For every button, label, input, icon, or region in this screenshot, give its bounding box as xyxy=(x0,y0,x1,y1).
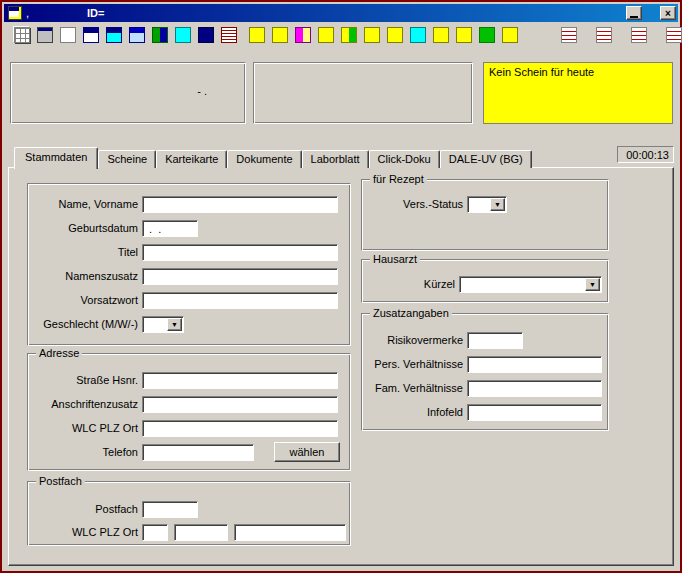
yellow-doc-icon-6[interactable] xyxy=(502,27,518,43)
group-hausarzt: Hausarzt Kürzel ▼ xyxy=(361,259,609,303)
titel-input[interactable] xyxy=(142,244,338,261)
infofeld-label: Infofeld xyxy=(366,406,463,418)
tab-stammdaten[interactable]: Stammdaten xyxy=(14,147,98,169)
tab-click-doku[interactable]: Click-Doku xyxy=(369,150,440,168)
titel-label: Titel xyxy=(32,246,138,258)
hausarzt-legend: Hausarzt xyxy=(370,253,420,265)
cyan-doc-icon[interactable] xyxy=(410,27,426,43)
anschriftenzusatz-label: Anschriftenzusatz xyxy=(32,398,138,410)
app-icon[interactable] xyxy=(8,6,22,20)
group-zusatzangaben: Zusatzangaben Risikovermerke Pers. Verhä… xyxy=(361,313,609,431)
zusatzangaben-legend: Zusatzangaben xyxy=(370,307,452,319)
green-doc-icon[interactable] xyxy=(479,27,495,43)
red-list-icon-1[interactable] xyxy=(561,27,577,43)
pers-verhaeltnisse-label: Pers. Verhältnisse xyxy=(366,358,463,370)
tab-laborblatt[interactable]: Laborblatt xyxy=(302,150,369,168)
tab-scheine[interactable]: Scheine xyxy=(98,150,156,168)
group-personal: Name, Vorname Geburtsdatum Titel Namensz… xyxy=(27,183,351,346)
tab-content-stammdaten: Name, Vorname Geburtsdatum Titel Namensz… xyxy=(8,167,674,566)
tab-karteikarte[interactable]: Karteikarte xyxy=(156,150,227,168)
navy-icon[interactable] xyxy=(198,27,214,43)
cyan-icon[interactable] xyxy=(175,27,191,43)
app-window: , ID= × - . Kein Schein für heute Stammd… xyxy=(0,0,682,573)
geschlecht-label: Geschlecht (M/W/-) xyxy=(32,318,138,330)
titlebar[interactable]: , ID= × xyxy=(4,4,678,22)
title-prefix: , xyxy=(26,7,29,19)
session-timer: 00:00:13 xyxy=(617,146,674,163)
geschlecht-combobox[interactable]: ▼ xyxy=(142,316,184,333)
red-list-icon-2[interactable] xyxy=(596,27,612,43)
group-postfach: Postfach Postfach WLC PLZ Ort xyxy=(27,481,351,546)
adresse-legend: Adresse xyxy=(36,347,82,359)
yellow-green-icon[interactable] xyxy=(341,27,357,43)
timer-value: 00:00:13 xyxy=(626,149,669,161)
vorsatzwort-input[interactable] xyxy=(142,292,338,309)
green-blue-icon[interactable] xyxy=(152,27,168,43)
yellow-page-icon-2[interactable] xyxy=(272,27,288,43)
adresse-wlc-plz-ort-label: WLC PLZ Ort xyxy=(32,422,138,434)
anschriftenzusatz-input[interactable] xyxy=(142,396,338,413)
rezept-legend: für Rezept xyxy=(370,173,427,185)
minimize-button[interactable] xyxy=(626,6,642,20)
info-panel-left: - . xyxy=(10,62,246,124)
risikovermerke-label: Risikovermerke xyxy=(366,334,463,346)
window-title: ID= xyxy=(87,7,104,19)
name-input[interactable] xyxy=(142,196,338,213)
info-panel-left-text: - . xyxy=(197,85,207,97)
blue-form-icon[interactable] xyxy=(83,27,99,43)
group-rezept: für Rezept Vers.-Status ▼ xyxy=(361,179,609,251)
kuerzel-label: Kürzel xyxy=(366,278,455,290)
postfach-input[interactable] xyxy=(142,501,198,518)
postfach-label: Postfach xyxy=(32,503,138,515)
strasse-input[interactable] xyxy=(142,372,338,389)
blue-form-icon-2[interactable] xyxy=(129,27,145,43)
telefon-label: Telefon xyxy=(32,446,138,458)
tab-dale-uv-bg[interactable]: DALE-UV (BG) xyxy=(440,150,532,168)
waehlen-button[interactable]: wählen xyxy=(274,442,340,462)
window-icon[interactable] xyxy=(37,27,53,43)
namenszusatz-input[interactable] xyxy=(142,268,338,285)
risikovermerke-input[interactable] xyxy=(467,332,523,349)
postfach-wlc-plz-ort-label: WLC PLZ Ort xyxy=(32,526,138,538)
close-icon: × xyxy=(665,8,671,19)
postfach-plz-input[interactable] xyxy=(174,524,228,541)
yellow-page-icon[interactable] xyxy=(249,27,265,43)
yellow-doc-icon-4[interactable] xyxy=(433,27,449,43)
red-lines-icon[interactable] xyxy=(221,27,237,43)
pers-verhaeltnisse-input[interactable] xyxy=(467,356,602,373)
tab-dokumente[interactable]: Dokumente xyxy=(227,150,301,168)
yellow-doc-icon-3[interactable] xyxy=(387,27,403,43)
adresse-wlc-plz-ort-input[interactable] xyxy=(142,420,338,437)
yellow-doc-icon-2[interactable] xyxy=(364,27,380,43)
vers-status-label: Vers.-Status xyxy=(366,198,463,210)
info-panel-middle xyxy=(253,62,473,124)
blue-cyan-form-icon[interactable] xyxy=(106,27,122,43)
yellow-doc-icon[interactable] xyxy=(318,27,334,43)
notice-panel: Kein Schein für heute xyxy=(483,62,673,124)
yellow-doc-icon-5[interactable] xyxy=(456,27,472,43)
notice-text: Kein Schein für heute xyxy=(489,66,594,78)
postfach-legend: Postfach xyxy=(36,475,85,487)
chevron-down-icon[interactable]: ▼ xyxy=(490,198,505,211)
tab-bar: Stammdaten Scheine Karteikarte Dokumente… xyxy=(14,146,532,168)
chevron-down-icon[interactable]: ▼ xyxy=(167,318,182,331)
name-label: Name, Vorname xyxy=(32,198,138,210)
strasse-label: Straße Hsnr. xyxy=(32,374,138,386)
vorsatzwort-label: Vorsatzwort xyxy=(32,294,138,306)
kuerzel-combobox[interactable]: ▼ xyxy=(459,276,602,293)
vers-status-combobox[interactable]: ▼ xyxy=(467,196,507,213)
page-icon[interactable] xyxy=(60,27,76,43)
geburtsdatum-input[interactable] xyxy=(142,220,198,237)
close-button[interactable]: × xyxy=(660,6,676,20)
fam-verhaeltnisse-input[interactable] xyxy=(467,380,602,397)
magenta-page-icon[interactable] xyxy=(295,27,311,43)
chevron-down-icon[interactable]: ▼ xyxy=(585,278,600,291)
infofeld-input[interactable] xyxy=(467,404,602,421)
postfach-wlc-input[interactable] xyxy=(142,524,168,541)
red-list-icon-4[interactable] xyxy=(666,27,682,43)
postfach-ort-input[interactable] xyxy=(234,524,346,541)
grid-icon[interactable] xyxy=(14,27,30,43)
red-list-icon-3[interactable] xyxy=(631,27,647,43)
telefon-input[interactable] xyxy=(142,444,254,461)
geburtsdatum-label: Geburtsdatum xyxy=(32,222,138,234)
